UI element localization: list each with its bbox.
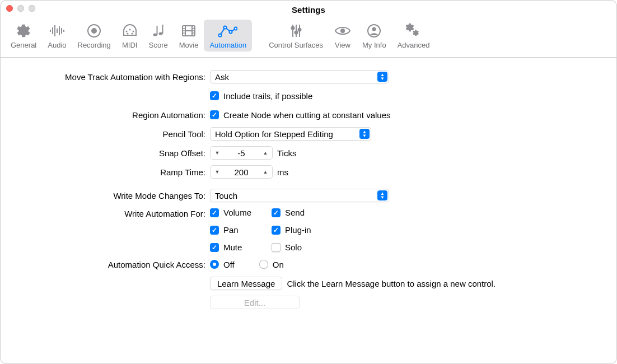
midi-port-icon	[122, 22, 138, 40]
tab-my-info[interactable]: My Info	[357, 20, 392, 52]
window-controls	[6, 5, 35, 12]
tab-label: My Info	[362, 41, 386, 49]
quick-access-off-radio[interactable]	[210, 260, 219, 269]
create-node-label: Create Node when cutting at constant val…	[223, 110, 391, 120]
button-label: Learn Message	[217, 279, 275, 288]
svg-point-36	[295, 31, 297, 34]
solo-label: Solo	[285, 242, 302, 252]
svg-rect-15	[156, 26, 157, 35]
tab-label: View	[335, 41, 350, 49]
tab-score[interactable]: Score	[143, 20, 174, 52]
automation-settings-form: Move Track Automation with Regions: Ask …	[1, 58, 616, 326]
stepper-up-button[interactable]: ▲	[259, 150, 272, 156]
popup-value: Ask	[215, 72, 229, 82]
svg-point-8	[91, 28, 97, 34]
tab-recording[interactable]: Recording	[72, 20, 116, 52]
learn-message-hint: Click the Learn Message button to assign…	[287, 279, 496, 288]
tab-midi[interactable]: MIDI	[116, 20, 143, 52]
move-track-automation-popup[interactable]: Ask	[210, 70, 389, 83]
write-automation-for-label: Write Automation For:	[17, 208, 210, 218]
volume-label: Volume	[223, 208, 251, 217]
tab-movie[interactable]: Movie	[174, 20, 204, 52]
snap-offset-stepper[interactable]: ▼ -5 ▲	[210, 146, 273, 160]
write-mode-popup[interactable]: Touch	[210, 189, 389, 202]
minimize-window-button[interactable]	[17, 5, 24, 12]
titlebar: Settings	[1, 1, 616, 16]
music-notes-icon	[151, 22, 166, 40]
snap-offset-label: Snap Offset:	[17, 148, 210, 158]
include-trails-label: Include trails, if possible	[223, 91, 312, 101]
tab-label: Control Surfaces	[269, 41, 323, 49]
quick-access-off-label: Off	[223, 260, 235, 269]
svg-point-10	[129, 29, 130, 31]
popup-value: Touch	[215, 191, 237, 200]
film-icon	[181, 22, 197, 40]
stepper-up-button[interactable]: ▲	[259, 169, 272, 175]
window-title: Settings	[1, 2, 616, 15]
zoom-window-button[interactable]	[29, 5, 35, 12]
tab-label: General	[11, 41, 36, 49]
tab-general[interactable]: General	[5, 20, 42, 52]
write-mode-label: Write Mode Changes To:	[17, 191, 210, 200]
send-checkbox[interactable]	[272, 208, 281, 217]
tab-automation[interactable]: Automation	[204, 20, 252, 52]
tab-view[interactable]: View	[329, 20, 357, 52]
settings-toolbar: General Audio Recording MIDI Score	[1, 16, 616, 58]
ramp-time-unit: ms	[277, 167, 288, 177]
quick-access-on-label: On	[273, 260, 284, 269]
svg-point-12	[127, 33, 128, 35]
sliders-icon	[288, 22, 304, 40]
gears-icon	[405, 22, 422, 40]
tab-advanced[interactable]: Advanced	[392, 20, 436, 52]
updown-arrows-icon	[377, 72, 387, 82]
stepper-down-button[interactable]: ▼	[211, 150, 224, 156]
region-automation-label: Region Automation:	[17, 110, 210, 120]
snap-offset-unit: Ticks	[277, 148, 296, 158]
send-label: Send	[285, 208, 305, 217]
svg-rect-17	[162, 25, 163, 34]
pan-checkbox[interactable]	[210, 226, 219, 235]
mute-checkbox[interactable]	[210, 243, 219, 252]
svg-point-38	[340, 29, 345, 33]
updown-arrows-icon	[377, 190, 387, 200]
pencil-tool-popup[interactable]: Hold Option for Stepped Editing	[210, 127, 371, 141]
stepper-down-button[interactable]: ▼	[211, 169, 224, 175]
svg-point-16	[158, 32, 162, 35]
person-circle-icon	[366, 22, 382, 40]
solo-checkbox[interactable]	[272, 243, 281, 252]
waveform-icon	[49, 22, 66, 40]
volume-checkbox[interactable]	[210, 208, 219, 217]
stepper-value: 200	[224, 167, 259, 177]
plugin-checkbox[interactable]	[272, 226, 281, 235]
eye-icon	[334, 22, 351, 40]
tab-control-surfaces[interactable]: Control Surfaces	[263, 20, 329, 52]
ramp-time-stepper[interactable]: ▼ 200 ▲	[210, 165, 273, 179]
svg-point-31	[235, 27, 237, 30]
tab-label: Movie	[179, 41, 199, 49]
svg-point-14	[153, 34, 157, 36]
updown-arrows-icon	[359, 129, 370, 139]
popup-value: Hold Option for Stepped Editing	[215, 129, 333, 139]
create-node-checkbox[interactable]	[210, 110, 219, 119]
gear-icon	[16, 22, 31, 40]
ramp-time-label: Ramp Time:	[17, 167, 210, 177]
svg-point-37	[298, 29, 301, 31]
learn-message-button[interactable]: Learn Message	[210, 277, 282, 290]
svg-point-13	[131, 33, 133, 35]
tab-label: Automation	[209, 41, 246, 49]
edit-button[interactable]: Edit...	[210, 296, 300, 309]
tab-label: Recording	[78, 41, 111, 49]
quick-access-on-radio[interactable]	[259, 260, 268, 269]
tab-audio[interactable]: Audio	[42, 20, 72, 52]
close-window-button[interactable]	[6, 5, 13, 12]
svg-point-28	[219, 34, 222, 37]
button-label: Edit...	[244, 298, 265, 307]
include-trails-checkbox[interactable]	[210, 91, 219, 100]
svg-point-11	[132, 31, 134, 32]
plugin-label: Plug-in	[285, 225, 311, 235]
mute-label: Mute	[223, 242, 242, 252]
move-track-automation-label: Move Track Automation with Regions:	[17, 72, 210, 82]
quick-access-label: Automation Quick Access:	[17, 260, 210, 269]
pencil-tool-label: Pencil Tool:	[17, 129, 210, 139]
settings-window: Settings General Audio Recording MIDI	[1, 1, 616, 363]
